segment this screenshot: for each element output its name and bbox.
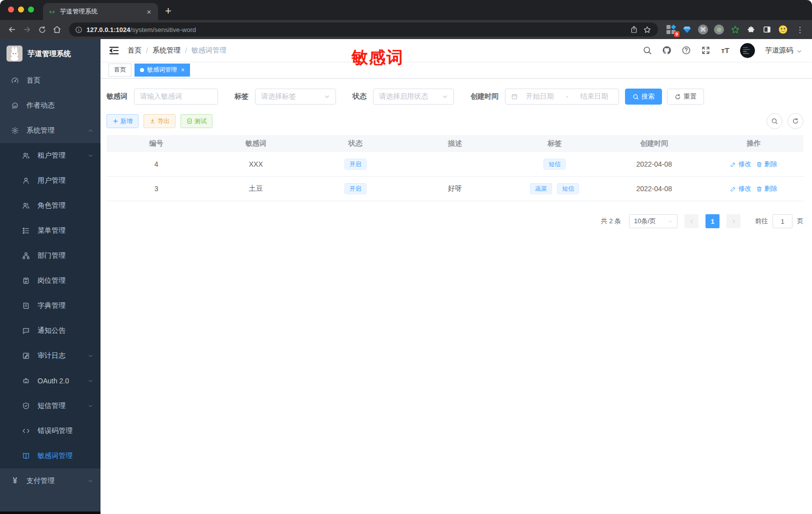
header-search-icon[interactable]: [642, 46, 652, 55]
help-icon[interactable]: [682, 46, 691, 55]
column-header-标签: 标签: [505, 139, 604, 148]
status-select[interactable]: 请选择启用状态: [373, 89, 454, 105]
sidebar-item-敏感词管理[interactable]: 敏感词管理: [0, 443, 100, 468]
sidebar-item-审计日志[interactable]: 审计日志: [0, 343, 100, 368]
book-icon: [22, 302, 30, 310]
browser-tab[interactable]: 芋道管理系统 ×: [43, 3, 158, 20]
refresh-icon: [674, 94, 681, 100]
tab-close-icon[interactable]: ×: [145, 8, 153, 16]
collapse-sidebar-icon[interactable]: [108, 45, 120, 56]
export-button[interactable]: 导出: [144, 114, 176, 128]
extensions-puzzle-icon[interactable]: [746, 25, 756, 35]
close-window-button[interactable]: [8, 7, 14, 13]
sidebar-item-短信管理[interactable]: 短信管理: [0, 393, 100, 418]
close-tab-icon[interactable]: ×: [181, 67, 184, 74]
users-icon: [22, 152, 30, 160]
page-size-select[interactable]: 10条/页: [629, 214, 678, 228]
new-tab-button[interactable]: +: [165, 5, 172, 18]
sidebar-item-岗位管理[interactable]: 岗位管理: [0, 268, 100, 293]
view-tab-首页[interactable]: 首页: [108, 64, 132, 77]
side-panel-icon[interactable]: [762, 25, 772, 35]
cell-actions: 修改删除: [704, 184, 804, 193]
sidebar-item-错误码管理[interactable]: 错误码管理: [0, 418, 100, 443]
browser-menu-icon[interactable]: ⋮: [796, 25, 804, 35]
sidebar-item-部门管理[interactable]: 部门管理: [0, 243, 100, 268]
reload-icon[interactable]: [35, 23, 49, 37]
sidebar-item-OAuth 2.0[interactable]: OAuth 2.0: [0, 368, 100, 393]
table-toolbar: 新增 导出 测试: [106, 113, 804, 129]
extension-grid-icon[interactable]: 9: [666, 25, 676, 35]
cell-description: 好呀: [405, 184, 504, 193]
zoom-window-button[interactable]: [28, 7, 34, 13]
page-number-button[interactable]: 1: [706, 214, 720, 228]
toggle-search-button[interactable]: [766, 113, 782, 129]
goto-page-input[interactable]: 1: [772, 214, 792, 228]
window-bottom-edge: [0, 511, 100, 514]
user-avatar[interactable]: [740, 43, 755, 58]
refresh-table-button[interactable]: [788, 113, 804, 129]
site-info-icon[interactable]: [75, 26, 82, 34]
extension-record-icon[interactable]: [714, 25, 724, 35]
sidebar-item-系统管理[interactable]: 系统管理: [0, 118, 100, 143]
sidebar-item-label: 用户管理: [38, 176, 94, 185]
add-button[interactable]: 新增: [106, 114, 138, 128]
url-bar[interactable]: 127.0.0.1:1024/system/sensitive-word: [69, 23, 658, 37]
chevron-up-icon: [88, 128, 94, 134]
sidebar-item-角色管理[interactable]: 角色管理: [0, 193, 100, 218]
extension-command-icon[interactable]: ⌘: [698, 25, 708, 35]
edit-link[interactable]: 修改: [730, 160, 751, 169]
extension-star-icon[interactable]: [730, 25, 740, 35]
github-icon[interactable]: [662, 46, 672, 55]
share-icon[interactable]: [629, 25, 638, 35]
reset-button[interactable]: 重置: [667, 89, 704, 105]
sidebar-item-字典管理[interactable]: 字典管理: [0, 293, 100, 318]
sidebar-item-作者动态[interactable]: 作者动态: [0, 93, 100, 118]
sidebar-item-用户管理[interactable]: 用户管理: [0, 168, 100, 193]
breadcrumb-item[interactable]: 首页: [128, 46, 142, 55]
date-label: 创建时间: [470, 92, 498, 101]
favicon-plant-icon: [48, 8, 56, 16]
search-icon: [632, 94, 639, 100]
minimize-window-button[interactable]: [18, 7, 24, 13]
cell-id: 4: [106, 160, 206, 168]
back-icon[interactable]: [5, 23, 19, 37]
delete-link[interactable]: 删除: [756, 160, 777, 169]
prev-page-button[interactable]: [684, 214, 698, 228]
robot-icon: [22, 377, 30, 385]
user-menu[interactable]: 芋道源码: [765, 46, 802, 55]
sidebar-item-label: 部门管理: [38, 251, 94, 260]
chatface-icon: [11, 102, 19, 110]
sidebar-item-支付管理[interactable]: ¥支付管理: [0, 468, 100, 493]
forward-icon[interactable]: [20, 23, 34, 37]
edit-link[interactable]: 修改: [730, 184, 751, 193]
sidebar-item-首页[interactable]: 首页: [0, 68, 100, 93]
sidebar-item-租户管理[interactable]: 租户管理: [0, 143, 100, 168]
cell-status: 开启: [306, 183, 405, 194]
sidebar-item-label: 菜单管理: [38, 226, 94, 235]
font-size-icon[interactable]: ᴛT: [720, 46, 730, 55]
cell-tags: 短信: [505, 159, 604, 170]
cell-status: 开启: [306, 159, 405, 170]
pagination: 共 2 条10条/页1前往1页: [106, 214, 804, 228]
search-button[interactable]: 搜索: [625, 89, 662, 105]
extension-gem-icon[interactable]: [682, 25, 692, 35]
keyword-input[interactable]: 请输入敏感词: [134, 89, 218, 105]
tag-select[interactable]: 请选择标签: [255, 89, 336, 105]
home-icon[interactable]: [50, 23, 64, 37]
delete-link[interactable]: 删除: [756, 184, 777, 193]
code-icon: [22, 427, 30, 435]
chevron-down-icon: [88, 478, 94, 484]
profile-avatar[interactable]: [778, 25, 788, 35]
sidebar-item-通知公告[interactable]: 通知公告: [0, 318, 100, 343]
breadcrumb-item[interactable]: 系统管理: [152, 46, 180, 55]
sidebar-item-菜单管理[interactable]: 菜单管理: [0, 218, 100, 243]
bookmark-star-icon[interactable]: [642, 25, 652, 35]
table-header-row: 编号敏感词状态描述标签创建时间操作: [106, 135, 804, 152]
fullscreen-icon[interactable]: [701, 46, 710, 55]
status-label: 状态: [352, 92, 366, 101]
next-page-button[interactable]: [726, 214, 740, 228]
pagination-total: 共 2 条: [601, 217, 621, 226]
test-button[interactable]: 测试: [180, 114, 212, 128]
date-range-picker[interactable]: 开始日期 - 结束日期: [505, 89, 619, 105]
view-tab-敏感词管理[interactable]: 敏感词管理×: [134, 64, 190, 77]
